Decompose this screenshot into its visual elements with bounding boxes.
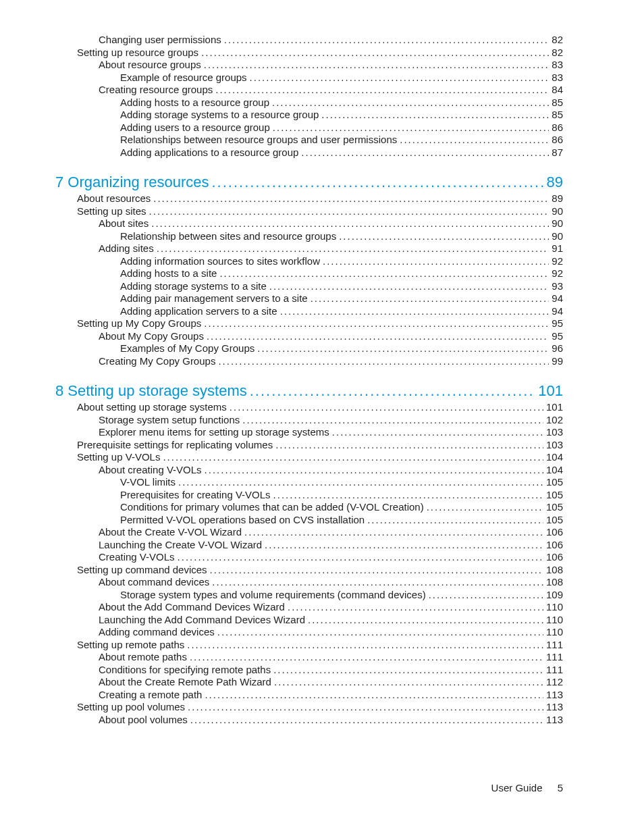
toc-entry-page: 101 [546,401,563,414]
toc-entry[interactable]: Setting up remote paths111 [55,639,563,652]
toc-entry-page: 90 [552,217,563,230]
toc-entry-label: Setting up command devices [77,564,207,577]
toc-leader-dots [190,651,543,664]
toc-leader-dots [301,147,549,159]
toc-entry[interactable]: Changing user permissions82 [55,34,563,47]
toc-leader-dots [219,267,549,280]
toc-entry[interactable]: Adding sites91 [55,242,563,255]
toc-entry-label: About the Create V-VOL Wizard [99,526,242,539]
toc-leader-dots [207,330,549,343]
toc-entry[interactable]: About the Create Remote Path Wizard112 [55,676,563,689]
toc-entry[interactable]: Adding storage systems to a site93 [55,280,563,293]
toc-entry[interactable]: Adding hosts to a resource group85 [55,97,563,109]
toc-leader-dots [244,526,543,539]
toc-chapter-entry[interactable]: 8 Setting up storage systems101 [55,381,563,401]
toc-entry[interactable]: About setting up storage systems101 [55,401,563,414]
toc-entry[interactable]: Creating My Copy Groups99 [55,355,563,368]
toc-entry[interactable]: About command devices108 [55,576,563,589]
toc-entry-label: Prerequisites for creating V-VOLs [120,489,271,502]
toc-leader-dots [211,172,543,192]
toc-entry-label: Relationship between sites and resource … [120,230,336,243]
toc-entry[interactable]: Examples of My Copy Groups96 [55,342,563,355]
toc-leader-dots [339,230,549,243]
toc-entry-page: 86 [552,134,563,147]
toc-entry-label: Adding hosts to a resource group [120,97,269,109]
toc-leader-dots [205,464,543,477]
toc-entry[interactable]: Adding applications to a resource group8… [55,147,563,159]
toc-entry-page: 83 [552,72,563,84]
toc-entry-label: Example of resource groups [120,72,247,84]
toc-entry[interactable]: Adding hosts to a site92 [55,267,563,280]
toc-entry[interactable]: About pool volumes113 [55,714,563,727]
toc-entry[interactable]: About resource groups83 [55,59,563,72]
toc-entry[interactable]: Creating a remote path113 [55,689,563,702]
toc-leader-dots [427,501,543,514]
toc-entry[interactable]: About sites90 [55,217,563,230]
toc-entry-page: 105 [546,489,563,502]
toc-leader-dots [178,551,543,564]
toc-entry[interactable]: Conditions for primary volumes that can … [55,501,563,514]
toc-entry[interactable]: Relationship between sites and resource … [55,230,563,243]
toc-leader-dots [280,305,549,318]
toc-entry[interactable]: Creating resource groups84 [55,84,563,97]
toc-entry[interactable]: About resources89 [55,192,563,205]
toc-entry[interactable]: Adding application servers to a site94 [55,305,563,318]
toc-leader-dots [188,701,543,714]
toc-entry[interactable]: Storage system types and volume requirem… [55,589,563,602]
toc-entry[interactable]: Launching the Add Command Devices Wizard… [55,614,563,627]
toc-leader-dots [265,539,543,552]
toc-chapter-entry[interactable]: 7 Organizing resources89 [55,172,563,192]
toc-entry-page: 84 [552,84,563,97]
toc-entry-page: 104 [546,451,563,464]
toc-entry[interactable]: Prerequisites for creating V-VOLs105 [55,489,563,502]
toc-entry[interactable]: Example of resource groups83 [55,72,563,84]
toc-entry[interactable]: V-VOL limits105 [55,476,563,489]
toc-leader-dots [250,72,549,84]
toc-entry[interactable]: Setting up command devices108 [55,564,563,577]
toc-entry-label: About command devices [99,576,209,589]
toc-entry[interactable]: About remote paths111 [55,651,563,664]
toc-entry-label: Explorer menu items for setting up stora… [99,426,329,439]
toc-entry[interactable]: Setting up sites90 [55,205,563,218]
toc-leader-dots [217,626,543,639]
toc-entry[interactable]: Adding pair management servers to a site… [55,292,563,305]
toc-leader-dots [311,292,549,305]
toc-leader-dots [273,489,543,502]
toc-entry[interactable]: Adding storage systems to a resource gro… [55,109,563,122]
toc-entry-page: 91 [552,242,563,255]
toc-entry[interactable]: About My Copy Groups95 [55,330,563,343]
toc-entry[interactable]: Creating V-VOLs106 [55,551,563,564]
toc-entry-page: 109 [546,589,563,602]
toc-entry[interactable]: Conditions for specifying remote paths11… [55,664,563,677]
toc-entry[interactable]: Setting up resource groups82 [55,47,563,59]
toc-entry[interactable]: About the Add Command Devices Wizard110 [55,601,563,614]
toc-entry-page: 87 [552,147,563,159]
toc-entry[interactable]: Explorer menu items for setting up stora… [55,426,563,439]
toc-entry-label: Adding pair management servers to a site [120,292,308,305]
toc-entry-label: 7 Organizing resources [55,172,209,192]
toc-entry[interactable]: Setting up pool volumes113 [55,701,563,714]
toc-leader-dots [163,451,543,464]
toc-leader-dots [273,664,543,677]
toc-leader-dots [274,676,543,689]
toc-entry-label: About the Create Remote Path Wizard [99,676,271,689]
toc-entry[interactable]: Adding information sources to sites work… [55,255,563,268]
toc-entry[interactable]: Permitted V-VOL operations based on CVS … [55,514,563,527]
toc-entry-label: About sites [99,217,149,230]
toc-entry-page: 90 [552,205,563,218]
toc-entry[interactable]: Setting up My Copy Groups95 [55,317,563,330]
toc-entry[interactable]: Relationships between resource groups an… [55,134,563,147]
toc-entry[interactable]: Setting up V-VOLs104 [55,451,563,464]
toc-entry[interactable]: Adding users to a resource group86 [55,122,563,134]
toc-entry[interactable]: About creating V-VOLs104 [55,464,563,477]
toc-entry-page: 110 [546,614,563,627]
toc-entry[interactable]: Adding command devices110 [55,626,563,639]
toc-entry-page: 89 [547,172,563,192]
toc-entry[interactable]: Prerequisite settings for replicating vo… [55,439,563,452]
toc-entry[interactable]: Launching the Create V-VOL Wizard106 [55,539,563,552]
toc-entry-page: 85 [552,109,563,122]
toc-entry[interactable]: Storage system setup functions102 [55,414,563,427]
toc-entry-label: Creating My Copy Groups [99,355,215,368]
toc-entry[interactable]: About the Create V-VOL Wizard106 [55,526,563,539]
toc-entry-label: Setting up resource groups [77,47,198,59]
